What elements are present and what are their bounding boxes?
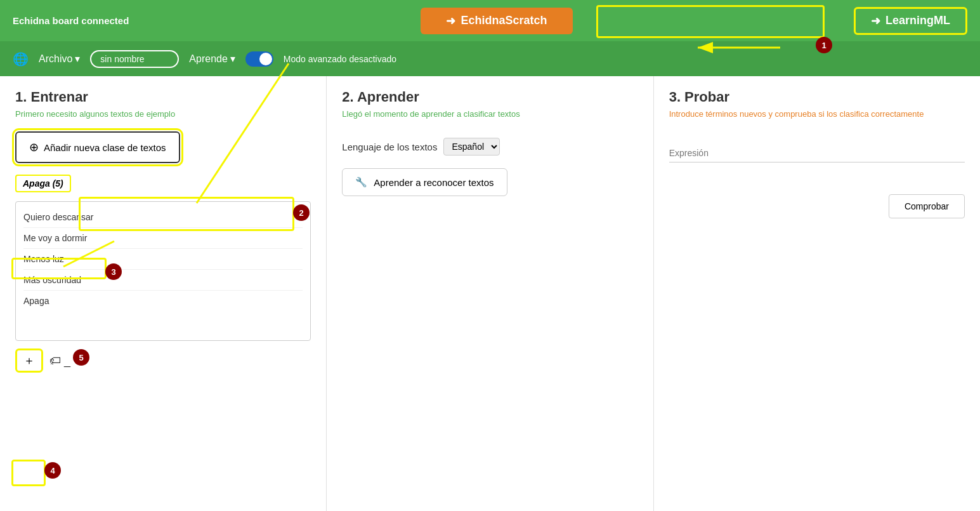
toggle-knob — [259, 53, 272, 65]
plus-circle-icon: ⊕ — [29, 140, 39, 154]
list-item: Me voy a dormir — [23, 228, 303, 249]
list-item: Más oscuridad — [23, 270, 303, 291]
top-center: ➜ EchidnaScratch — [152, 0, 841, 41]
bottom-actions: ＋ 🏷 _ — [15, 348, 311, 373]
language-select[interactable]: Español Inglés Francés — [443, 138, 500, 156]
globe-icon: 🌐 — [13, 51, 29, 67]
entrenar-subtitle: Primero necesito algunos textos de ejemp… — [15, 109, 311, 119]
second-bar: 🌐 Archivo ▾ Aprende ▾ Modo avanzado desa… — [0, 41, 980, 76]
text-list: Quiero descansar Me voy a dormir Menos l… — [15, 201, 311, 341]
probar-subtitle: Introduce términos nuevos y comprueba si… — [669, 109, 965, 119]
main-content: 1. Entrenar Primero necesito algunos tex… — [0, 76, 980, 511]
tag-icon: 🏷 _ — [49, 354, 70, 368]
probar-title: 3. Probar — [669, 89, 965, 105]
enter-icon-2: ➜ — [871, 14, 880, 28]
modo-label: Modo avanzado desactivado — [284, 54, 396, 64]
plus-icon: ＋ — [23, 353, 35, 368]
archivo-button[interactable]: Archivo ▾ — [39, 53, 80, 65]
col-aprender: 2. Aprender Llegó el momento de aprender… — [327, 76, 653, 511]
add-text-button[interactable]: ＋ — [15, 348, 43, 373]
connected-label: Echidna board connected — [13, 15, 129, 26]
connected-badge: Echidna board connected — [0, 0, 152, 41]
comprobar-button[interactable]: Comprobar — [889, 194, 965, 218]
enter-icon: ➜ — [446, 14, 455, 28]
modo-avanzado-toggle[interactable] — [245, 51, 273, 67]
top-right: ➜ LearningML — [841, 0, 980, 41]
learn-button[interactable]: 🔧 Aprender a reconocer textos — [342, 168, 507, 196]
learningml-button[interactable]: ➜ LearningML — [854, 7, 967, 35]
lenguaje-row: Lenguaje de los textos Español Inglés Fr… — [342, 138, 637, 156]
wrench-icon: 🔧 — [355, 176, 367, 188]
add-class-button[interactable]: ⊕ Añadir nueva clase de textos — [15, 131, 180, 163]
aprende-button[interactable]: Aprende ▾ — [189, 53, 235, 65]
echidna-scratch-button[interactable]: ➜ EchidnaScratch — [421, 8, 572, 34]
expression-input[interactable] — [669, 144, 965, 163]
col-probar: 3. Probar Introduce términos nuevos y co… — [654, 76, 980, 511]
list-item: Apaga — [23, 291, 303, 311]
aprender-subtitle: Llegó el momento de aprender a clasifica… — [342, 109, 637, 119]
top-bar: Echidna board connected ➜ EchidnaScratch… — [0, 0, 980, 41]
lenguaje-label: Lenguaje de los textos — [342, 142, 437, 152]
aprender-title: 2. Aprender — [342, 89, 637, 105]
class-label[interactable]: Apaga (5) — [15, 175, 71, 192]
project-name-input[interactable] — [90, 50, 179, 68]
list-item: Quiero descansar — [23, 207, 303, 228]
col-entrenar: 1. Entrenar Primero necesito algunos tex… — [0, 76, 327, 511]
entrenar-title: 1. Entrenar — [15, 89, 311, 105]
list-item: Menos luz — [23, 249, 303, 270]
